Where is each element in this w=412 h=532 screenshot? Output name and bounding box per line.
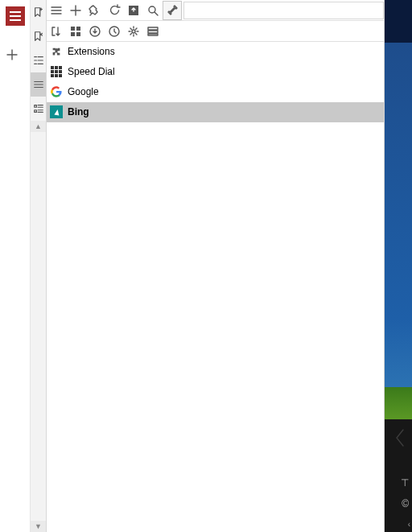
bookmark-label: Speed Dial xyxy=(68,66,115,77)
search-button[interactable] xyxy=(143,1,163,20)
bookmark-row-google[interactable]: Google xyxy=(47,82,384,102)
bookmarks-panel: ▲ ▼ xyxy=(31,0,385,532)
panel-toolbar-1 xyxy=(47,0,384,21)
carousel-prev-icon[interactable] xyxy=(393,427,407,452)
svg-rect-3 xyxy=(76,27,80,31)
panel-toolbar-2 xyxy=(47,21,384,42)
svg-rect-2 xyxy=(71,27,75,31)
bookmark-row-speed-dial[interactable]: Speed Dial xyxy=(47,62,384,82)
google-icon xyxy=(50,85,63,98)
svg-point-8 xyxy=(132,30,135,33)
view-button[interactable] xyxy=(47,1,66,20)
pin-button[interactable] xyxy=(85,1,105,20)
strip-scroll-up[interactable]: ▲ xyxy=(31,121,46,132)
svg-rect-11 xyxy=(148,34,158,35)
svg-rect-9 xyxy=(148,27,158,30)
top-symbol: ⊤ xyxy=(401,477,409,489)
svg-rect-5 xyxy=(76,32,80,36)
svg-rect-4 xyxy=(71,32,75,36)
remove-bookmark-icon[interactable] xyxy=(31,24,46,48)
import-button[interactable] xyxy=(124,1,143,20)
bookmark-label: Google xyxy=(68,86,99,97)
strip-scroll-down[interactable]: ▼ xyxy=(31,521,46,532)
sort-button[interactable] xyxy=(47,22,66,41)
puzzle-icon xyxy=(50,45,63,58)
bookmark-label: Extensions xyxy=(68,46,115,57)
rows-button[interactable] xyxy=(143,22,163,41)
app-rail xyxy=(0,0,31,532)
list-view-icon[interactable] xyxy=(31,72,46,97)
tree-view-icon[interactable] xyxy=(31,48,46,72)
add-button[interactable] xyxy=(66,1,85,20)
bing-icon xyxy=(50,105,63,118)
add-bookmark-icon[interactable] xyxy=(31,0,46,24)
panel-side-strip: ▲ ▼ xyxy=(31,0,47,532)
main-menu-button[interactable] xyxy=(6,6,25,26)
copyright-symbol: © xyxy=(402,498,409,509)
new-tab-button[interactable] xyxy=(6,48,25,64)
downloads-button[interactable] xyxy=(85,22,105,41)
details-view-icon[interactable] xyxy=(31,97,46,121)
history-button[interactable] xyxy=(105,22,124,41)
chevron-left-icon[interactable]: ‹ xyxy=(408,520,410,529)
svg-rect-10 xyxy=(148,31,158,33)
settings-button[interactable] xyxy=(163,1,182,20)
panel-main: Extensions Speed Dial Google xyxy=(47,0,384,532)
bookmarks-list: Extensions Speed Dial Google xyxy=(47,42,384,532)
grid-icon xyxy=(50,65,63,78)
bookmark-row-extensions[interactable]: Extensions xyxy=(47,42,384,62)
background-page-sliver: ⊤ © ‹ xyxy=(385,0,412,532)
bookmark-row-bing[interactable]: Bing xyxy=(47,102,384,122)
reload-button[interactable] xyxy=(105,1,124,20)
manage-button[interactable] xyxy=(124,22,143,41)
bookmark-label: Bing xyxy=(68,106,89,118)
search-input[interactable] xyxy=(183,2,384,19)
layout-button[interactable] xyxy=(66,22,85,41)
